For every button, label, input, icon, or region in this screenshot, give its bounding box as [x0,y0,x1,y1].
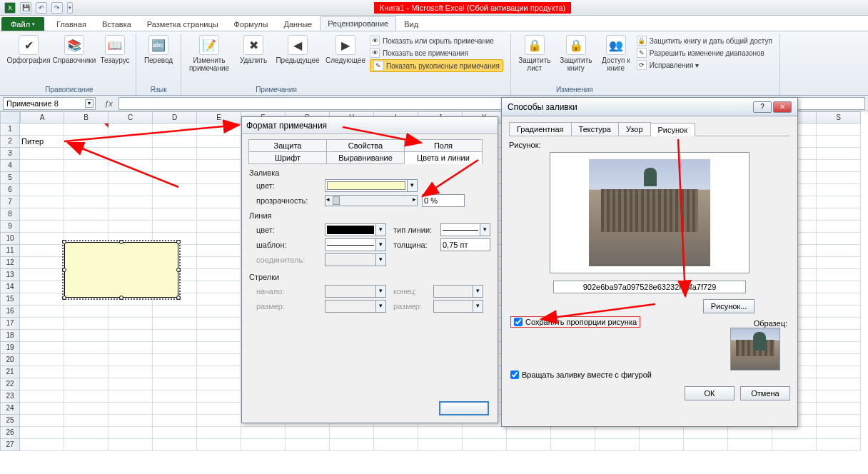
cell[interactable] [64,330,108,342]
format-dialog-title[interactable]: Формат примечания [242,117,498,134]
show-all-comments[interactable]: 👁Показать все примечания [370,47,503,59]
spellcheck-button[interactable]: ✔Орфография [7,34,50,66]
cell[interactable] [817,403,861,415]
lock-aspect-checkbox[interactable] [514,318,523,326]
cell[interactable] [772,427,817,439]
cell[interactable] [64,354,108,366]
cell[interactable] [64,366,108,378]
prev-comment-button[interactable]: ◀Предыдущее [274,34,321,66]
tab-home[interactable]: Главная [49,17,94,31]
ok-button[interactable]: ОК [685,386,735,400]
cell[interactable] [108,148,153,160]
cell[interactable] [595,427,640,439]
cell[interactable] [197,160,241,172]
translate-button[interactable]: 🔤Перевод [141,34,176,66]
transparency-value[interactable]: 0 % [422,194,465,207]
row-header[interactable]: 7 [0,196,20,208]
row-header[interactable]: 26 [0,427,20,439]
cell[interactable] [817,366,861,378]
row-header[interactable]: 6 [0,184,20,196]
row-header[interactable]: 18 [0,330,20,342]
row-header[interactable]: 14 [0,281,20,293]
cell[interactable] [197,184,241,196]
cell[interactable] [20,233,64,245]
cell[interactable] [817,427,861,439]
cell[interactable] [108,427,153,439]
cell[interactable] [20,390,64,403]
row-header[interactable]: 27 [0,439,20,451]
cell[interactable] [418,427,463,439]
cell[interactable] [20,281,64,293]
row-header[interactable]: 16 [0,306,20,318]
cell[interactable] [108,221,153,233]
column-header[interactable]: E [197,111,241,123]
edit-comment-button[interactable]: 📝Изменить примечание [186,34,233,74]
cell[interactable] [197,330,241,342]
cell[interactable] [108,415,153,427]
cell[interactable] [20,208,64,221]
tab-picture[interactable]: Рисунок [650,123,696,136]
cell[interactable] [20,439,64,451]
cell[interactable] [817,245,861,257]
cell[interactable] [108,330,153,342]
tab-protection[interactable]: Защита [248,139,327,152]
cell[interactable] [374,439,418,451]
cell[interactable] [817,269,861,281]
tab-margins[interactable]: Поля [404,139,483,152]
linetype-combo[interactable]: ▾ [440,223,490,236]
qat-customize[interactable]: ▾ [67,2,73,14]
cell[interactable] [551,427,595,439]
cell[interactable] [197,148,241,160]
row-header[interactable]: 17 [0,318,20,330]
cell[interactable] [108,160,153,172]
cell[interactable] [197,257,241,269]
name-box[interactable]: Примечание 8 ▾ [3,97,96,110]
cell[interactable] [153,415,197,427]
cell[interactable] [108,439,153,451]
cell[interactable] [197,221,241,233]
cell[interactable] [108,378,153,390]
cell[interactable] [817,306,861,318]
cell[interactable] [20,403,64,415]
cell[interactable] [817,196,861,208]
next-comment-button[interactable]: ▶Следующее [324,34,367,66]
cell[interactable] [20,245,64,257]
cell[interactable] [64,306,108,318]
redo-button[interactable]: ↷ [51,2,63,14]
cell[interactable] [197,342,241,354]
row-header[interactable]: 25 [0,415,20,427]
cell[interactable] [153,318,197,330]
tab-review[interactable]: Рецензирование [320,16,396,31]
cell[interactable] [20,342,64,354]
cell[interactable] [197,403,241,415]
cell[interactable] [64,439,108,451]
cell[interactable] [20,378,64,390]
tab-gradient[interactable]: Градиентная [509,122,572,136]
cell[interactable] [197,427,241,439]
cell[interactable] [286,427,330,439]
allow-edit-ranges[interactable]: ✎Разрешить изменение диапазонов [637,47,772,59]
cell[interactable] [197,172,241,184]
cell[interactable] [108,306,153,318]
cell[interactable] [108,354,153,366]
help-button[interactable]: ? [753,101,772,113]
show-hide-comment[interactable]: 👁Показать или скрыть примечание [370,35,503,46]
research-button[interactable]: 📚Справочники [53,34,96,66]
delete-comment-button[interactable]: ✖Удалить [236,34,271,66]
row-header[interactable]: 9 [0,221,20,233]
cell[interactable] [64,378,108,390]
row-header[interactable]: 15 [0,293,20,306]
cell[interactable] [20,221,64,233]
cell[interactable] [153,403,197,415]
protect-book-button[interactable]: 🔒Защитить книгу [557,34,595,74]
cell[interactable] [64,196,108,208]
cell[interactable] [817,378,861,390]
lock-aspect-ratio[interactable]: Сохранять пропорции рисунка [510,316,640,328]
tab-formulas[interactable]: Формулы [226,17,276,31]
cell[interactable] [197,123,241,136]
cell[interactable] [64,427,108,439]
cell[interactable] [197,208,241,221]
cancel-button[interactable]: Отмена [740,386,790,400]
row-header[interactable]: 4 [0,160,20,172]
cell[interactable] [64,148,108,160]
